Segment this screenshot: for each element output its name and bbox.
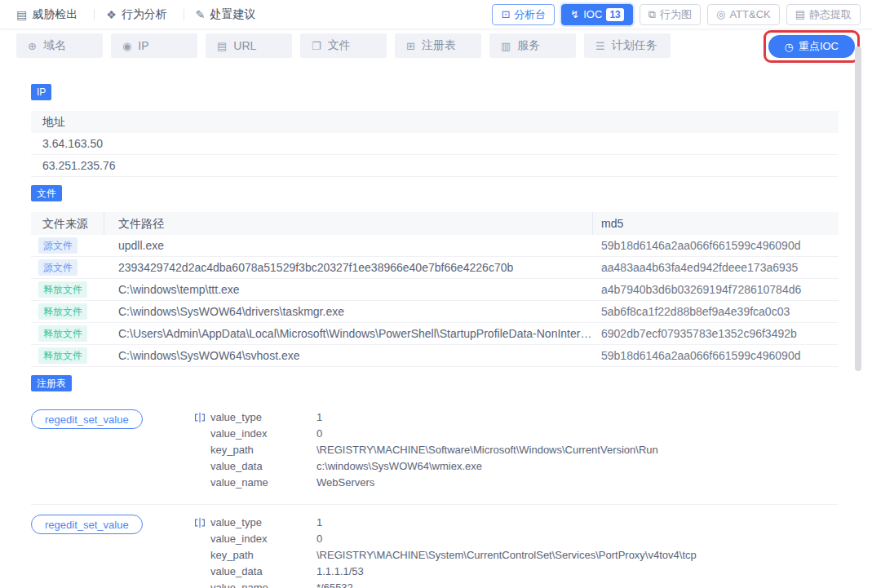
console-icon: ⊡	[501, 9, 510, 20]
key-ioc-button[interactable]: ◷ 重点IOC	[768, 35, 855, 58]
registry-field: key_path \REGISTRY\MACHINE\Software\Micr…	[210, 442, 839, 458]
registry-field-value: */65532	[316, 580, 839, 588]
toolbar-button[interactable]: ⧉ 行为图	[640, 4, 701, 25]
ip-table: 地址 3.64.163.50 63.251.235.76	[31, 111, 839, 177]
file-table-row: 源文件 updll.exe 59b18d6146a2aa066f661599c4…	[31, 235, 839, 257]
registry-entry: regedit_set_value value_type	[31, 505, 839, 588]
file-source-tag: 释放文件	[38, 347, 87, 364]
file-section-badge: 文件	[31, 185, 62, 201]
top-toolbar: ▤ 威胁检出 ❖ 行为分析 ✎ 处置建议 ⊡ 分析台 ↯ IOC	[0, 0, 872, 29]
registry-value-icon	[194, 412, 210, 427]
registry-field-value: 1	[316, 515, 839, 531]
registry-field-key: value_name	[210, 580, 316, 588]
filter-tab-label: 服务	[517, 38, 540, 53]
file-source-tag: 源文件	[38, 259, 77, 276]
registry-icon: ⊞	[406, 41, 415, 51]
file-source-tag: 释放文件	[38, 303, 87, 320]
registry-field: value_name */65532	[210, 580, 839, 588]
toolbar-nav-label: 处置建议	[210, 7, 256, 22]
url-icon: ▤	[217, 41, 227, 51]
toolbar-nav-item[interactable]: ▤ 威胁检出	[16, 7, 106, 22]
registry-action-button[interactable]: regedit_set_value	[31, 515, 143, 534]
col-header-source: 文件来源	[31, 212, 104, 235]
registry-field-key: key_path	[210, 442, 316, 458]
registry-field: value_type 1	[210, 409, 839, 426]
filter-tab[interactable]: ⊞ 注册表	[395, 33, 481, 58]
toolbar-button-label: ATT&CK	[729, 8, 770, 20]
file-md5: 59b18d6146a2aa066f661599c496090d	[593, 349, 839, 362]
ip-table-header: 地址	[31, 111, 839, 133]
registry-entries: regedit_set_value value_type	[31, 391, 839, 588]
file-path: C:\windows\temp\ttt.exe	[104, 283, 593, 296]
registry-field-value: 0	[316, 531, 839, 547]
registry-fields: value_type 1 value_index 0 key_path	[210, 409, 839, 491]
filter-tab[interactable]: ☰ 计划任务	[584, 33, 671, 58]
ip-address-row: 63.251.235.76	[31, 155, 839, 177]
ip-section: IP 地址 3.64.163.50 63.251.235.76	[31, 84, 839, 177]
file-path: C:\windows\SysWOW64\svhost.exe	[104, 349, 593, 362]
advice-icon: ✎	[196, 9, 206, 20]
registry-field: value_name WebServers	[210, 475, 839, 491]
registry-field-value: 1.1.1.1/53	[316, 564, 839, 580]
file-source-tag: 源文件	[38, 237, 77, 254]
file-md5: aa483aa4b63fa4ed942fdeee173a6935	[593, 261, 839, 274]
toolbar-button[interactable]: ◎ ATT&CK	[707, 4, 780, 25]
registry-field-key: value_name	[210, 475, 316, 491]
toolbar-nav-item[interactable]: ❖ 行为分析	[106, 7, 196, 22]
file-table-row: 源文件 2393429742d2ac4dba6078a51529f3bc2032…	[31, 257, 839, 279]
filter-tab-label: 注册表	[422, 38, 456, 53]
filter-tab[interactable]: ❐ 文件	[300, 33, 387, 58]
ioc-count-badge: 13	[606, 8, 623, 21]
toolbar-button[interactable]: ▤ 静态提取	[786, 4, 861, 25]
file-source-tag: 释放文件	[38, 325, 87, 342]
toolbar-nav-item[interactable]: ✎ 处置建议	[196, 7, 256, 22]
col-header-md5: md5	[593, 212, 839, 235]
registry-field-value: 1	[316, 409, 839, 426]
tab-list: ⊕ 域名 ◉ IP ▤ URL ❐ 文件 ⊞ 注册表	[16, 33, 671, 58]
toolbar-button-label: 静态提取	[809, 7, 852, 22]
registry-field-value: WebServers	[316, 475, 839, 491]
registry-action-button[interactable]: regedit_set_value	[31, 409, 143, 429]
file-table-body: 源文件 updll.exe 59b18d6146a2aa066f661599c4…	[31, 235, 839, 367]
registry-field-key: value_index	[210, 426, 316, 442]
registry-field: key_path \REGISTRY\MACHINE\System\Curren…	[210, 547, 839, 564]
filter-tab[interactable]: ▤ URL	[206, 33, 292, 58]
file-path: 2393429742d2ac4dba6078a51529f3bc20327f1e…	[104, 261, 593, 274]
filter-tab[interactable]: ⊕ 域名	[16, 33, 103, 58]
ip-icon: ◉	[122, 41, 131, 51]
behavior-graph-icon: ⧉	[648, 9, 656, 20]
attck-icon: ◎	[716, 9, 725, 20]
registry-section: 注册表 regedit_set_value	[31, 375, 839, 588]
filter-tab[interactable]: ▥ 服务	[489, 33, 576, 58]
vertical-scrollbar-thumb[interactable]	[855, 46, 861, 371]
file-md5: 59b18d6146a2aa066f661599c496090d	[593, 239, 839, 252]
toolbar-left-nav: ▤ 威胁检出 ❖ 行为分析 ✎ 处置建议	[16, 7, 256, 22]
file-table-row: 释放文件 C:\Users\Admin\AppData\Local\Micros…	[31, 323, 839, 345]
key-ioc-label: 重点IOC	[799, 39, 839, 54]
filter-tab-label: URL	[233, 39, 256, 52]
registry-field-key: value_index	[210, 531, 316, 547]
registry-field-key: value_type	[210, 409, 316, 426]
registry-field: value_index 0	[210, 426, 839, 442]
toolbar-button[interactable]: ⊡ 分析台	[492, 4, 555, 25]
registry-section-badge: 注册表	[31, 375, 72, 391]
ioc-content: IP 地址 3.64.163.50 63.251.235.76 文件 文件来源 …	[31, 84, 839, 588]
registry-field: value_type 1	[210, 515, 839, 531]
domain-icon: ⊕	[28, 41, 37, 51]
file-table-row: 释放文件 C:\windows\SysWOW64\svhost.exe 59b1…	[31, 345, 839, 367]
filter-tab-label: 计划任务	[612, 38, 657, 53]
threat-report-icon: ▤	[16, 9, 27, 20]
filter-tab[interactable]: ◉ IP	[111, 33, 197, 58]
toolbar-nav-label: 威胁检出	[32, 7, 77, 22]
toolbar-button[interactable]: ↯ IOC 13	[561, 4, 632, 25]
filter-tab-label: 域名	[43, 38, 66, 53]
filter-tab-label: IP	[138, 39, 148, 52]
registry-field-key: value_type	[210, 515, 316, 531]
registry-field-value: 0	[316, 426, 839, 442]
file-table-row: 释放文件 C:\windows\temp\ttt.exe a4b7940b3d6…	[31, 279, 839, 301]
toolbar-button-label: IOC	[583, 8, 602, 20]
ioc-filter-tabs: ⊕ 域名 ◉ IP ▤ URL ❐ 文件 ⊞ 注册表	[16, 33, 856, 58]
toolbar-button-label: 行为图	[660, 7, 692, 22]
behavior-analysis-icon: ❖	[106, 9, 117, 20]
ip-address-row: 3.64.163.50	[31, 133, 839, 155]
